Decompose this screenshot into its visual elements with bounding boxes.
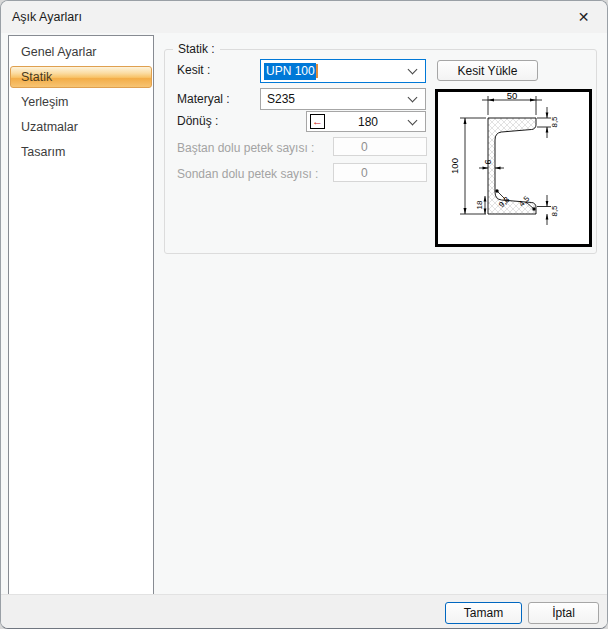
sidebar-item-genel-ayarlar[interactable]: Genel Ayarlar: [10, 41, 152, 63]
dim-height: 100: [449, 158, 460, 174]
category-list: Genel Ayarlar Statik Yerleşim Uzatmalar …: [8, 35, 154, 595]
materyal-selected-text: S235: [267, 92, 295, 106]
bastan-petek-value: 0: [361, 140, 368, 154]
sidebar-item-label: Tasarım: [21, 145, 65, 159]
donus-label: Dönüş :: [177, 114, 218, 128]
chevron-down-icon: [408, 65, 418, 75]
dim-flange-width: 50: [507, 92, 518, 101]
kesit-combobox[interactable]: UPN 100: [260, 59, 426, 83]
sidebar-item-uzatmalar[interactable]: Uzatmalar: [10, 116, 152, 138]
bastan-petek-label: Baştan dolu petek sayısı :: [177, 141, 314, 155]
upn-section-drawing: 50 100 8,5 6 18 9,8 4,5 8,5: [438, 92, 589, 244]
sidebar-item-tasarim[interactable]: Tasarım: [10, 141, 152, 163]
sondan-petek-value: 0: [361, 166, 368, 180]
sidebar-item-statik[interactable]: Statik: [10, 66, 152, 88]
kesit-yukle-label: Kesit Yükle: [458, 64, 518, 78]
chevron-down-icon: [408, 93, 418, 103]
sondan-petek-field: 0: [333, 163, 427, 182]
sidebar-item-label: Genel Ayarlar: [21, 45, 97, 59]
section-preview: 50 100 8,5 6 18 9,8 4,5 8,5: [435, 89, 592, 247]
dim-web-thickness: 6: [483, 159, 493, 164]
dialog-window: Aşık Ayarları ✕ Genel Ayarlar Statik Yer…: [0, 0, 608, 629]
cancel-button-label: İptal: [552, 606, 575, 620]
sidebar-item-label: Uzatmalar: [21, 120, 78, 134]
titlebar: Aşık Ayarları ✕: [1, 1, 607, 33]
text-caret: [316, 64, 318, 78]
ok-button[interactable]: Tamam: [445, 602, 522, 624]
ok-button-label: Tamam: [464, 606, 503, 620]
rotation-arrow-icon: ←: [310, 114, 325, 129]
chevron-down-icon: [408, 115, 418, 125]
dim-flange-thickness-bottom: 8,5: [550, 205, 559, 217]
donus-combobox[interactable]: ← 180: [306, 111, 426, 132]
sidebar-item-label: Yerleşim: [21, 95, 68, 109]
sidebar-item-label: Statik: [21, 70, 52, 84]
kesit-yukle-button[interactable]: Kesit Yükle: [437, 60, 538, 81]
materyal-label: Materyal :: [177, 92, 230, 106]
donus-selected-text: 180: [358, 115, 378, 129]
close-icon: ✕: [578, 9, 590, 25]
window-title: Aşık Ayarları: [12, 1, 82, 33]
sidebar-item-yerlesim[interactable]: Yerleşim: [10, 91, 152, 113]
kesit-selected-text: UPN 100: [264, 63, 316, 80]
sondan-petek-label: Sondan dolu petek sayısı :: [177, 167, 318, 181]
kesit-label: Kesit :: [177, 63, 210, 77]
dim-flange-thickness-top: 8,5: [550, 116, 559, 128]
materyal-combobox[interactable]: S235: [260, 88, 426, 110]
cancel-button[interactable]: İptal: [528, 602, 599, 624]
statik-group-title: Statik :: [173, 42, 220, 56]
dim-bottom-left: 18: [475, 200, 484, 209]
bastan-petek-field: 0: [333, 137, 427, 156]
close-button[interactable]: ✕: [561, 2, 606, 32]
